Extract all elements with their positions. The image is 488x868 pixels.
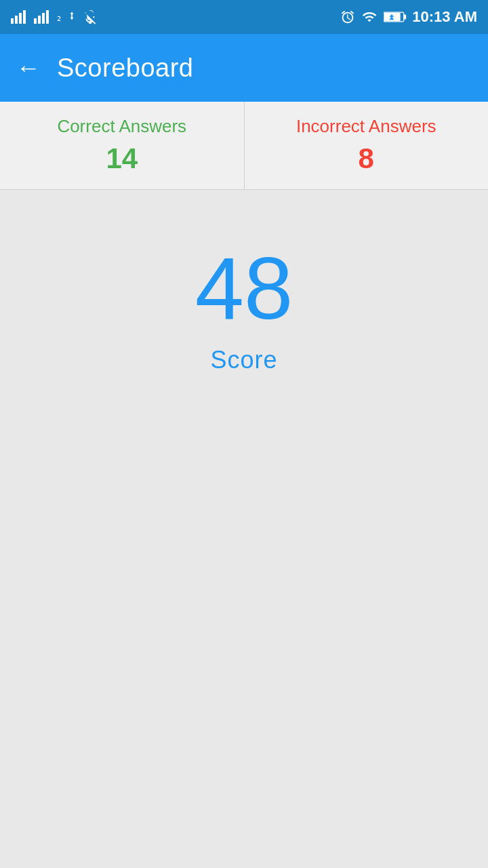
total-score-value: 48 — [195, 244, 293, 332]
svg-rect-3 — [23, 10, 26, 24]
total-score-label: Score — [210, 346, 277, 374]
signal-icon-2 — [34, 10, 53, 24]
svg-rect-7 — [46, 10, 49, 24]
svg-rect-2 — [19, 13, 22, 24]
svg-rect-1 — [15, 16, 18, 24]
correct-answers-cell: Correct Answers 14 — [0, 102, 245, 189]
svg-rect-0 — [11, 18, 14, 24]
mic-off-icon — [83, 9, 98, 24]
status-bar: ₂ 10:13 AM — [0, 0, 488, 34]
svg-rect-4 — [34, 18, 37, 24]
svg-rect-5 — [38, 16, 41, 24]
wifi-icon — [361, 9, 378, 24]
correct-answers-value: 14 — [106, 142, 138, 175]
app-bar: ← Scoreboard — [0, 34, 488, 102]
sim-label: ₂ — [57, 11, 61, 24]
usb-icon — [65, 10, 79, 24]
incorrect-answers-cell: Incorrect Answers 8 — [245, 102, 489, 189]
status-right: 10:13 AM — [340, 8, 477, 26]
status-left: ₂ — [11, 9, 98, 24]
app-bar-title: Scoreboard — [57, 54, 193, 83]
back-button[interactable]: ← — [16, 56, 41, 80]
signal-icon — [11, 10, 30, 24]
svg-rect-6 — [42, 13, 45, 24]
alarm-icon — [340, 9, 355, 24]
battery-icon — [384, 10, 407, 24]
svg-rect-9 — [404, 15, 406, 20]
correct-answers-label: Correct Answers — [57, 116, 186, 137]
incorrect-answers-label: Incorrect Answers — [296, 116, 436, 137]
score-summary: Correct Answers 14 Incorrect Answers 8 — [0, 102, 488, 190]
main-content: 48 Score — [0, 190, 488, 868]
incorrect-answers-value: 8 — [359, 142, 374, 175]
time-display: 10:13 AM — [412, 8, 477, 26]
